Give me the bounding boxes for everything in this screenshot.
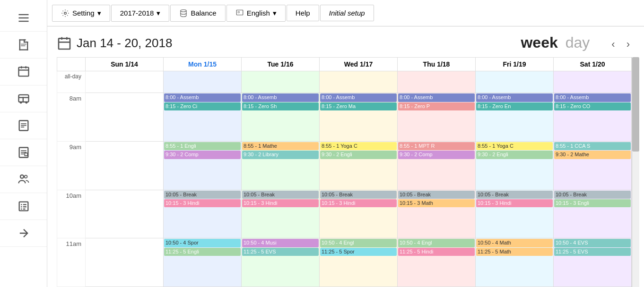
cell-8am-fri[interactable]: 8:00 - Assemb 8:15 - Zero En (476, 93, 554, 142)
english-button[interactable]: English ▾ (226, 5, 286, 22)
event-9am-thu-1[interactable]: 8:55 - 1 MPT R (398, 142, 475, 150)
sidebar-item-notes2[interactable] (0, 139, 47, 166)
event-10am-wed-2[interactable]: 10:15 - 3 Hindi (320, 199, 397, 207)
event-10am-wed-1[interactable]: 10:05 - Break (320, 191, 397, 199)
balance-button[interactable]: Balance (170, 5, 225, 22)
cell-9am-tue[interactable]: 8:55 - 1 Mathe 9:30 - 2 Library (242, 141, 320, 190)
event-9am-wed-1[interactable]: 8:55 - 1 Yoga C (320, 142, 397, 150)
event-10am-sat-1[interactable]: 10:05 - Break (554, 191, 631, 199)
calendar-scroll[interactable]: Sun 1/14 Mon 1/15 Tue 1/16 Wed 1/17 Thu … (57, 57, 632, 287)
event-11am-wed-2[interactable]: 11:25 - 5 Spor (320, 248, 397, 256)
event-10am-mon-2[interactable]: 10:15 - 3 Hindi (164, 199, 241, 207)
event-9am-mon-2[interactable]: 9:30 - 2 Comp (164, 151, 241, 159)
sidebar-item-document[interactable] (0, 32, 47, 59)
event-10am-thu-1[interactable]: 10:05 - Break (398, 191, 475, 199)
event-9am-tue-2[interactable]: 9:30 - 2 Library (242, 151, 319, 159)
cell-11am-tue[interactable]: 10:50 - 4 Musi 11:25 - 5 EVS (242, 238, 320, 287)
initial-setup-button[interactable]: Initial setup (320, 5, 374, 21)
sidebar-item-calendar[interactable] (0, 59, 47, 85)
cell-8am-tue[interactable]: 8:00 - Assemb 8:15 - Zero Sh (242, 93, 320, 142)
event-9am-wed-2[interactable]: 9:30 - 2 Engli (320, 151, 397, 159)
cell-10am-sun[interactable] (86, 190, 164, 238)
event-8am-tue-1[interactable]: 8:00 - Assemb (242, 93, 319, 101)
day-view-btn[interactable]: day (566, 34, 590, 51)
cell-10am-wed[interactable]: 10:05 - Break 10:15 - 3 Hindi (320, 190, 398, 238)
cell-9am-fri[interactable]: 8:55 - 1 Yoga C 9:30 - 2 Engli (476, 141, 554, 190)
event-8am-fri-1[interactable]: 8:00 - Assemb (476, 93, 553, 101)
event-11am-tue-1[interactable]: 10:50 - 4 Musi (242, 239, 319, 247)
event-11am-mon-2[interactable]: 11:25 - 5 Engli (164, 248, 241, 256)
cell-9am-thu[interactable]: 8:55 - 1 MPT R 9:30 - 2 Comp (398, 141, 476, 190)
balance-icon (179, 9, 188, 17)
cell-11am-mon[interactable]: 10:50 - 4 Spor 11:25 - 5 Engli (164, 238, 242, 287)
event-9am-mon-1[interactable]: 8:55 - 1 Engli (164, 142, 241, 150)
row-10am: 10am 10:05 - Break 10:15 - 3 Hindi 10:05… (57, 190, 632, 238)
year-button[interactable]: 2017-2018 ▾ (111, 5, 170, 22)
cell-8am-wed[interactable]: 8:00 - Assemb 8:15 - Zero Ma (320, 93, 398, 142)
cell-9am-mon[interactable]: 8:55 - 1 Engli 9:30 - 2 Comp (164, 141, 242, 190)
event-8am-tue-2[interactable]: 8:15 - Zero Sh (242, 102, 319, 110)
cell-10am-tue[interactable]: 10:05 - Break 10:15 - 3 Hindi (242, 190, 320, 238)
sidebar-item-list[interactable] (0, 193, 47, 220)
event-9am-fri-2[interactable]: 9:30 - 2 Engli (476, 151, 553, 159)
event-9am-sat-2[interactable]: 9:30 - 2 Mathe (554, 151, 631, 159)
event-8am-mon-2[interactable]: 8:15 - Zero Ci (164, 102, 241, 110)
cell-8am-sun[interactable] (86, 93, 164, 142)
event-11am-thu-2[interactable]: 11:25 - 5 Hindi (398, 248, 475, 256)
help-button[interactable]: Help (287, 5, 319, 21)
event-11am-fri-1[interactable]: 10:50 - 4 Math (476, 239, 553, 247)
event-10am-fri-2[interactable]: 10:15 - 3 Hindi (476, 199, 553, 207)
event-10am-tue-2[interactable]: 10:15 - 3 Hindi (242, 199, 319, 207)
event-11am-tue-2[interactable]: 11:25 - 5 EVS (242, 248, 319, 256)
event-9am-thu-2[interactable]: 9:30 - 2 Comp (398, 151, 475, 159)
event-8am-fri-2[interactable]: 8:15 - Zero En (476, 102, 553, 110)
event-8am-thu-1[interactable]: 8:00 - Assemb (398, 93, 475, 101)
event-11am-mon-1[interactable]: 10:50 - 4 Spor (164, 239, 241, 247)
cell-9am-sun[interactable] (86, 141, 164, 190)
cell-10am-thu[interactable]: 10:05 - Break 10:15 - 3 Math (398, 190, 476, 238)
event-11am-thu-1[interactable]: 10:50 - 4 Engl (398, 239, 475, 247)
event-9am-fri-1[interactable]: 8:55 - 1 Yoga C (476, 142, 553, 150)
cell-11am-thu[interactable]: 10:50 - 4 Engl 11:25 - 5 Hindi (398, 238, 476, 287)
event-10am-fri-1[interactable]: 10:05 - Break (476, 191, 553, 199)
event-9am-sat-1[interactable]: 8:55 - 1 CCA S (554, 142, 631, 150)
event-11am-wed-1[interactable]: 10:50 - 4 Engl (320, 239, 397, 247)
next-arrow[interactable]: › (622, 36, 635, 52)
event-8am-wed-1[interactable]: 8:00 - Assemb (320, 93, 397, 101)
event-8am-mon-1[interactable]: 8:00 - Assemb (164, 93, 241, 101)
cell-11am-wed[interactable]: 10:50 - 4 Engl 11:25 - 5 Spor (320, 238, 398, 287)
cell-9am-wed[interactable]: 8:55 - 1 Yoga C 9:30 - 2 Engli (320, 141, 398, 190)
week-view-btn[interactable]: week (521, 34, 557, 51)
cell-9am-sat[interactable]: 8:55 - 1 CCA S 9:30 - 2 Mathe (554, 141, 632, 190)
cell-8am-mon[interactable]: 8:00 - Assemb 8:15 - Zero Ci (164, 93, 242, 142)
event-8am-sat-2[interactable]: 8:15 - Zero CO (554, 102, 631, 110)
event-8am-sat-1[interactable]: 8:00 - Assemb (554, 93, 631, 101)
event-10am-tue-1[interactable]: 10:05 - Break (242, 191, 319, 199)
setting-button[interactable]: Setting ▾ (52, 5, 110, 22)
sidebar-item-menu[interactable] (0, 5, 47, 32)
prev-arrow[interactable]: ‹ (607, 36, 619, 52)
cell-8am-thu[interactable]: 8:00 - Assemb 8:15 - Zero P (398, 93, 476, 142)
cell-10am-sat[interactable]: 10:05 - Break 10:15 - 3 Engli (554, 190, 632, 238)
event-9am-tue-1[interactable]: 8:55 - 1 Mathe (242, 142, 319, 150)
event-11am-fri-2[interactable]: 11:25 - 5 Math (476, 248, 553, 256)
cell-11am-sat[interactable]: 10:50 - 4 EVS 11:25 - 5 EVS (554, 238, 632, 287)
cell-11am-fri[interactable]: 10:50 - 4 Math 11:25 - 5 Math (476, 238, 554, 287)
cell-10am-mon[interactable]: 10:05 - Break 10:15 - 3 Hindi (164, 190, 242, 238)
event-10am-mon-1[interactable]: 10:05 - Break (164, 191, 241, 199)
event-8am-wed-2[interactable]: 8:15 - Zero Ma (320, 102, 397, 110)
cell-11am-sun[interactable] (86, 238, 164, 287)
sidebar-item-arrow[interactable] (0, 220, 47, 247)
sidebar-item-people[interactable] (0, 166, 47, 193)
event-11am-sat-2[interactable]: 11:25 - 5 EVS (554, 248, 631, 256)
event-10am-thu-2[interactable]: 10:15 - 3 Math (398, 199, 475, 207)
event-11am-sat-1[interactable]: 10:50 - 4 EVS (554, 239, 631, 247)
cell-8am-sat[interactable]: 8:00 - Assemb 8:15 - Zero CO (554, 93, 632, 142)
scrollbar-thumb[interactable] (632, 57, 639, 152)
scrollbar[interactable] (632, 57, 639, 287)
event-10am-sat-2[interactable]: 10:15 - 3 Engli (554, 199, 631, 207)
cell-10am-fri[interactable]: 10:05 - Break 10:15 - 3 Hindi (476, 190, 554, 238)
sidebar-item-notes[interactable] (0, 112, 47, 139)
event-8am-thu-2[interactable]: 8:15 - Zero P (398, 102, 475, 110)
sidebar-item-bus[interactable] (0, 85, 47, 112)
